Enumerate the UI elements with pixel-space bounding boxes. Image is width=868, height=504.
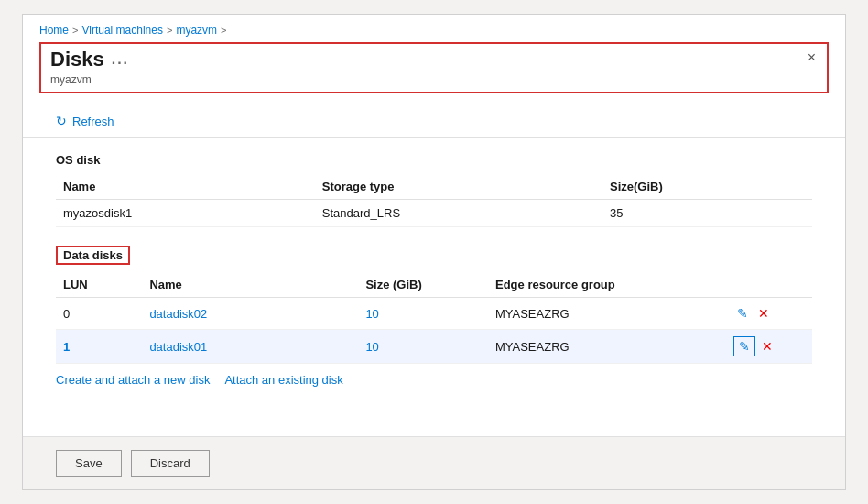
disk0-edit-button[interactable]: ✎: [733, 304, 752, 323]
disk0-actions: ✎ ✕: [726, 298, 812, 330]
disk1-rg: MYASEAZRG: [488, 330, 726, 364]
breadcrumb-sep-1: >: [72, 25, 78, 36]
toolbar: ↻ Refresh: [23, 104, 845, 138]
os-disk-table: Name Storage type Size(GiB) myazosdisk1 …: [56, 174, 812, 227]
disk1-lun: 1: [56, 330, 142, 364]
breadcrumb-home[interactable]: Home: [39, 24, 69, 37]
os-disk-storage-type: Standard_LRS: [315, 200, 602, 227]
table-row: myazosdisk1 Standard_LRS 35: [56, 200, 812, 227]
content-area: OS disk Name Storage type Size(GiB) myaz…: [23, 138, 845, 436]
disk1-edit-button[interactable]: ✎: [733, 336, 755, 356]
ellipsis-menu[interactable]: ...: [112, 51, 129, 68]
data-col-actions: [726, 272, 812, 298]
create-attach-link[interactable]: Create and attach a new disk: [56, 373, 210, 387]
os-col-size: Size(GiB): [602, 174, 812, 200]
breadcrumb-vms[interactable]: Virtual machines: [81, 24, 163, 37]
breadcrumb-vm-name[interactable]: myazvm: [176, 24, 217, 37]
disk0-delete-button[interactable]: ✕: [754, 304, 773, 323]
breadcrumb-sep-2: >: [167, 25, 172, 36]
data-col-size: Size (GiB): [358, 272, 488, 298]
disk0-name[interactable]: datadisk02: [142, 298, 358, 330]
refresh-label: Refresh: [72, 115, 114, 128]
os-disk-title: OS disk: [56, 153, 812, 167]
disk1-name[interactable]: datadisk01: [142, 330, 358, 364]
os-disk-section: OS disk Name Storage type Size(GiB) myaz…: [56, 153, 812, 227]
os-disk-size: 35: [602, 200, 812, 227]
disk1-size: 10: [358, 330, 488, 364]
table-row: 1 datadisk01 10 MYASEAZRG ✎ ✕: [56, 330, 812, 364]
refresh-icon: ↻: [56, 114, 67, 128]
refresh-button[interactable]: ↻ Refresh: [56, 114, 114, 128]
data-disk-table: LUN Name Size (GiB) Edge resource group …: [56, 272, 812, 364]
data-col-rg: Edge resource group: [488, 272, 726, 298]
disk1-actions: ✎ ✕: [726, 330, 812, 364]
os-col-name: Name: [56, 174, 315, 200]
data-disk-section: Data disks LUN Name Size (GiB) Edge reso…: [56, 246, 812, 387]
data-col-name: Name: [142, 272, 358, 298]
os-disk-name: myazosdisk1: [56, 200, 315, 227]
os-col-storage: Storage type: [315, 174, 602, 200]
action-links: Create and attach a new disk Attach an e…: [56, 373, 812, 387]
data-disks-title: Data disks: [56, 246, 130, 265]
attach-existing-link[interactable]: Attach an existing disk: [224, 373, 342, 387]
disk0-lun: 0: [56, 298, 142, 330]
page-title: Disks ...: [50, 48, 818, 71]
breadcrumb-sep-3: >: [221, 25, 226, 36]
breadcrumb: Home > Virtual machines > myazvm >: [23, 15, 845, 42]
page-subtitle: myazvm: [50, 73, 818, 86]
disk1-delete-button[interactable]: ✕: [758, 337, 776, 356]
close-button[interactable]: ×: [802, 48, 821, 68]
data-col-lun: LUN: [56, 272, 142, 298]
disk0-size: 10: [358, 298, 488, 330]
discard-button[interactable]: Discard: [131, 450, 210, 477]
disk0-rg: MYASEAZRG: [488, 298, 726, 330]
main-panel: Home > Virtual machines > myazvm > Disks…: [22, 14, 846, 490]
footer: Save Discard: [23, 436, 845, 489]
table-row: 0 datadisk02 10 MYASEAZRG ✎ ✕: [56, 298, 812, 330]
data-disk-header: Data disks: [56, 246, 812, 265]
save-button[interactable]: Save: [56, 450, 122, 477]
